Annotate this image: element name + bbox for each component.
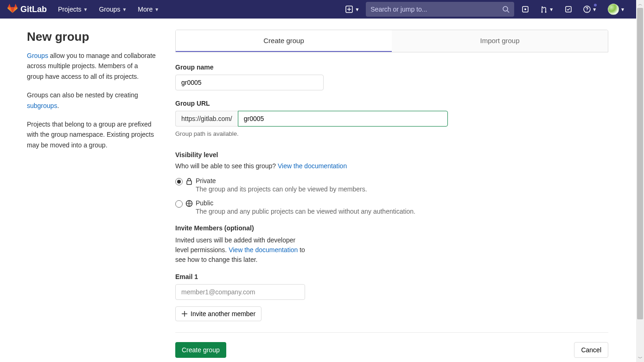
chevron-down-icon: ▼ [620,7,625,12]
todos-icon[interactable] [561,3,576,16]
radio-private[interactable] [175,178,183,185]
visibility-desc: Who will be able to see this group? View… [175,162,608,170]
plus-icon [181,311,188,317]
group-name-input[interactable] [175,75,324,90]
tabs: Create group Import group [175,30,608,52]
chevron-down-icon: ▼ [83,7,88,12]
user-menu[interactable]: ▼ [604,1,629,18]
radio-public[interactable] [175,200,183,208]
nav-projects[interactable]: Projects ▼ [52,1,93,18]
new-dropdown[interactable]: ▼ [343,3,362,16]
public-title: Public [196,199,415,207]
gitlab-icon [7,4,18,15]
lock-icon [185,178,193,186]
nav-groups[interactable]: Groups ▼ [93,1,132,18]
visibility-docs-link[interactable]: View the documentation [278,162,347,170]
svg-point-4 [542,12,543,13]
avatar [608,4,619,15]
svg-point-1 [503,6,508,11]
search-icon [502,6,510,13]
help-icon[interactable]: ▼ [580,3,600,16]
plus-square-icon [345,6,353,13]
nav-more[interactable]: More ▼ [132,1,165,18]
visibility-public-option[interactable]: Public The group and any public projects… [175,199,608,215]
info-paragraph-3: Projects that belong to a group are pref… [27,119,156,150]
url-help-text: Group path is available. [175,130,608,137]
merge-requests-icon[interactable]: ▼ [536,3,557,16]
notification-dot [594,4,597,6]
email1-input[interactable] [175,284,305,300]
chevron-down-icon: ▼ [592,7,597,12]
info-paragraph-2: Groups can also be nested by creating su… [27,90,156,111]
footer-actions: Create group Cancel [175,332,608,362]
chevron-down-icon: ▼ [355,7,359,12]
invite-label: Invite Members (optional) [175,224,608,232]
groups-link[interactable]: Groups [27,52,48,59]
svg-point-3 [524,8,526,10]
tab-import-group[interactable]: Import group [392,30,608,52]
svg-point-8 [587,11,587,12]
public-desc: The group and any public projects can be… [196,208,415,215]
svg-point-5 [545,12,547,13]
email1-label: Email 1 [175,273,608,280]
chevron-down-icon: ▼ [154,7,159,12]
gitlab-logo[interactable]: GitLab [7,4,47,15]
scroll-up-icon[interactable]: ︿ [636,0,644,8]
private-desc: The group and its projects can only be v… [196,185,367,193]
search-input[interactable] [370,6,502,13]
issues-icon[interactable] [518,3,533,16]
invite-desc: Invited users will be added with develop… [175,235,305,265]
page-title: New group [27,30,156,44]
globe-icon [185,200,193,209]
group-name-label: Group name [175,64,608,71]
search-box[interactable] [366,2,514,17]
brand-text: GitLab [20,5,47,14]
group-url-label: Group URL [175,100,608,107]
scroll-down-icon[interactable]: ﹀ [636,354,644,362]
chevron-down-icon: ▼ [549,7,554,12]
cancel-button[interactable]: Cancel [574,342,608,358]
group-url-input[interactable] [238,111,448,127]
info-panel: New group Groups allow you to manage and… [0,30,167,362]
create-group-button[interactable]: Create group [175,342,226,358]
topbar: GitLab Projects ▼ Groups ▼ More ▼ ▼ ▼ [0,0,636,19]
visibility-private-option[interactable]: Private The group and its projects can o… [175,177,608,193]
chevron-down-icon: ▼ [122,7,127,12]
tab-create-group[interactable]: Create group [176,30,392,52]
private-title: Private [196,177,367,184]
url-prefix: https://gitlab.com/ [175,111,238,127]
invite-docs-link[interactable]: View the documentation [229,246,298,254]
subgroups-link[interactable]: subgroups [27,102,57,109]
invite-another-button[interactable]: Invite another member [175,306,261,321]
info-paragraph-1: Groups allow you to manage and collabora… [27,51,156,82]
scroll-thumb[interactable] [637,8,643,319]
svg-rect-9 [187,181,191,184]
browser-scrollbar[interactable]: ︿ ﹀ [636,0,644,362]
visibility-label: Visibility level [175,151,608,159]
